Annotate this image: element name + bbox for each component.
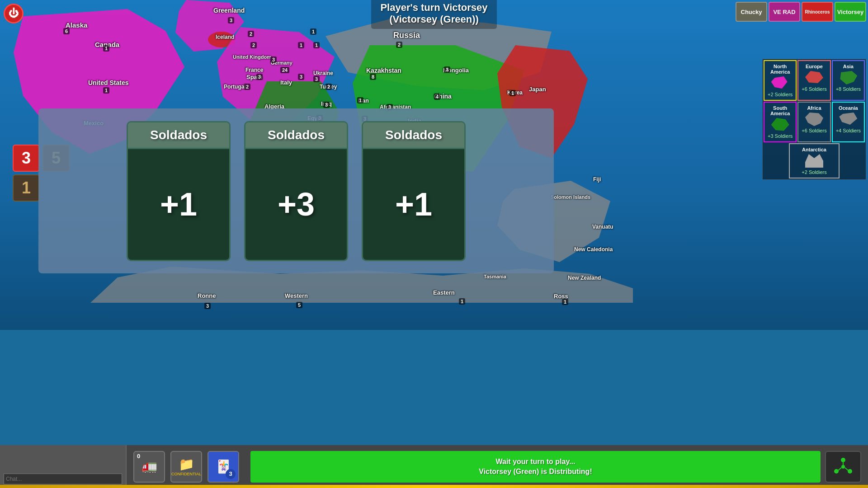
svg-point-3 [841,465,845,469]
defender-die-1: 1 [13,174,40,202]
portugal-num: 2 [244,84,250,90]
card-3-body: +1 [363,149,464,260]
status-line1: Wait your turn to play... [496,458,576,466]
fiji-label: Fiji [593,176,601,183]
cards-count-badge: 3 [226,469,236,479]
norway-num: 2 [248,31,254,37]
cards-overlay: Soldados +1 Soldados +3 Soldados +1 [38,108,554,273]
player-tabs: Chucky VE RAD Rhinoceros Victorsey [736,2,866,22]
cards-box[interactable]: 🃏 3 [208,451,239,483]
legend-south-america: South America +3 Soldiers [764,102,797,142]
continent-legend: North America +2 Soldiers Europe +6 Sold… [762,59,866,180]
network-button[interactable] [825,451,861,483]
af-map-icon [805,113,823,126]
france-num: 24 [280,67,289,73]
legend-africa: Africa +6 Soldiers [797,102,830,142]
bottom-icons: 0 🚛 📁 CONFIDENTIAL 🃏 3 [127,451,246,483]
turkey-num: 2 [326,84,332,90]
svg-point-1 [834,469,839,474]
oc-map-icon [839,113,857,126]
canada-num: 1 [103,45,109,52]
iraq-num: 3 [323,102,330,108]
eastern-num: 1 [459,298,465,305]
sa-map-icon [771,118,789,131]
greece-num: 3 [298,74,304,80]
svg-point-2 [848,469,852,474]
chat-area [0,445,127,488]
na-map-icon [771,76,789,90]
ross-num: 1 [562,299,568,305]
card-1[interactable]: Soldados +1 [127,121,231,261]
svg-point-0 [841,458,845,462]
confidential-box[interactable]: 📁 CONFIDENTIAL [170,451,202,483]
player-tab-rhinoceros[interactable]: Rhinoceros [802,2,833,22]
sweden-num: 1 [310,28,316,35]
power-button[interactable]: ⏻ [4,4,24,23]
germany-num: 3 [270,56,277,63]
attacker-die-1: 3 [13,145,40,172]
network-icon [832,455,854,478]
uk-num: 2 [250,42,257,48]
ukraine-num: 3 [313,76,320,82]
kaz-num: 8 [370,74,376,80]
turn-title: Player's turn Victorsey (Victorsey (Gree… [371,0,496,29]
poland-num: 1 [298,42,304,48]
legend-antarctica-row: Antarctica +2 Soldiers [764,143,865,178]
power-icon: ⏻ [9,8,19,19]
legend-oceania: Oceania +4 Soldiers [832,102,865,142]
bottom-bar: 0 🚛 📁 CONFIDENTIAL 🃏 3 Wait your turn to… [0,445,868,488]
us-num: 1 [103,87,109,94]
legend-antarctica: Antarctica +2 Soldiers [789,143,840,178]
mongolia-num: 3 [444,66,450,73]
svg-line-5 [838,468,841,470]
ukraine-region-num: 1 [313,42,320,48]
player-tab-chucky[interactable]: Chucky [736,2,767,22]
tank-icon: 🚛 [142,459,157,474]
russia-num: 2 [396,42,402,48]
as-map-icon [839,71,857,84]
korea-num: 1 [509,90,516,96]
alaska-num: 6 [63,28,70,34]
player-tab-victorsey[interactable]: Victorsey [835,2,866,22]
confidential-label: CONFIDENTIAL [171,472,201,476]
china-num: 4 [434,94,440,100]
tank-box[interactable]: 0 🚛 [133,451,165,483]
western-num: 5 [296,302,302,308]
folder-icon: 📁 [179,457,194,472]
eu-map-icon [805,71,823,84]
ant-map-icon [805,154,823,168]
card-1-header: Soldados [128,122,229,149]
status-panel: Wait your turn to play... Victorsey (Gre… [250,451,821,483]
legend-asia: Asia +8 Soldiers [832,60,865,101]
spain-num: 3 [256,74,263,80]
ronne-num: 3 [204,303,211,309]
card-2[interactable]: Soldados +3 [244,121,348,261]
turn-line2: (Victorsey (Green)) [389,14,479,25]
gold-bar [0,485,868,488]
turn-line1: Player's turn Victorsey [380,2,487,13]
svg-line-6 [845,468,848,470]
legend-europe: Europe +6 Soldiers [797,60,830,101]
player-tab-ve-rad[interactable]: VE RAD [769,2,800,22]
card-3[interactable]: Soldados +1 [362,121,466,261]
status-line2: Victorsey (Green) is Distributing! [479,468,592,476]
legend-north-america: North America +2 Soldiers [764,60,797,101]
card-2-body: +3 [245,149,347,260]
card-3-header: Soldados [363,122,464,149]
card-2-header: Soldados [245,122,347,149]
iran-num: 1 [357,97,363,103]
chat-input[interactable] [4,474,122,484]
card-1-body: +1 [128,149,229,260]
